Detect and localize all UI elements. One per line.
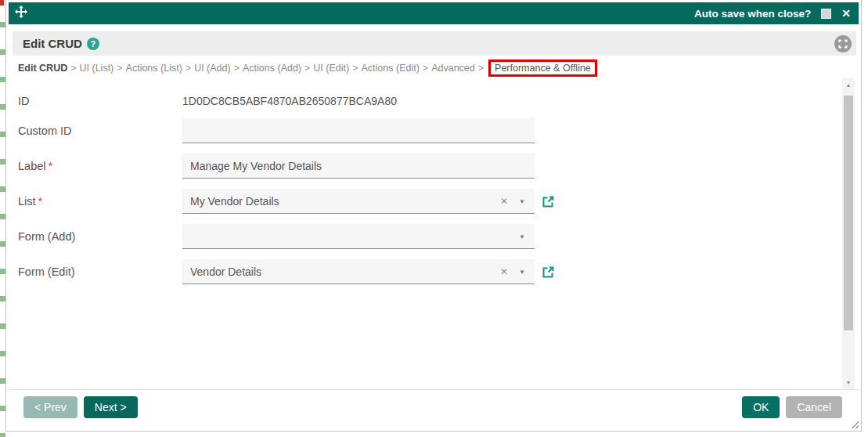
breadcrumb: Edit CRUD > UI (List) > Actions (List) >…: [18, 60, 597, 77]
id-value: 1D0DC8CB5ABF4870AB2650877BCA9A80: [182, 95, 397, 107]
clear-icon[interactable]: ✕: [500, 196, 508, 207]
chevron-down-icon[interactable]: ▼: [519, 268, 525, 275]
form-edit-select[interactable]: Vendor Details ✕ ▼: [182, 259, 535, 284]
label-input[interactable]: [182, 153, 535, 179]
form-row-list: List* My Vendor Details ✕ ▼: [18, 188, 554, 215]
open-list-editor-icon[interactable]: [542, 196, 554, 208]
breadcrumb-separator: >: [423, 63, 428, 74]
scroll-down-icon[interactable]: ▼: [842, 376, 855, 389]
scrollbar-thumb[interactable]: [844, 96, 853, 330]
autosave-checkbox[interactable]: [821, 9, 831, 19]
breadcrumb-item-advanced[interactable]: Advanced: [431, 63, 475, 74]
fullscreen-icon[interactable]: [834, 35, 852, 52]
list-select-value: My Vendor Details: [182, 195, 279, 208]
chevron-down-icon[interactable]: ▼: [519, 233, 525, 240]
field-label-form-add: Form (Add): [18, 230, 182, 243]
field-label-label: Label*: [18, 160, 182, 172]
field-label-form-edit: Form (Edit): [18, 265, 182, 278]
background-page-edge: [0, 0, 5, 437]
breadcrumb-separator: >: [234, 63, 240, 74]
move-icon[interactable]: [15, 5, 27, 21]
custom-id-input[interactable]: [182, 118, 535, 143]
help-icon[interactable]: ?: [87, 38, 99, 50]
open-form-editor-icon[interactable]: [542, 266, 554, 278]
breadcrumb-item-ui-list[interactable]: UI (List): [80, 63, 114, 74]
form-row-form-add: Form (Add) ▼: [18, 223, 535, 250]
breadcrumb-item-ui-edit[interactable]: UI (Edit): [313, 63, 349, 74]
field-label-id: ID: [18, 95, 182, 107]
field-label-text: List: [18, 195, 36, 208]
scrollbar[interactable]: ▲ ▼: [842, 78, 855, 389]
close-icon[interactable]: ✕: [841, 8, 851, 19]
breadcrumb-item-actions-list[interactable]: Actions (List): [126, 63, 182, 74]
prev-button[interactable]: < Prev: [23, 396, 77, 418]
breadcrumb-separator: >: [185, 63, 191, 74]
breadcrumb-item-actions-add[interactable]: Actions (Add): [243, 63, 301, 74]
breadcrumb-item-edit-crud[interactable]: Edit CRUD: [18, 63, 67, 74]
panel-header: Edit CRUD ?: [13, 31, 856, 56]
next-button[interactable]: Next >: [84, 396, 138, 418]
field-label-list: List*: [18, 195, 182, 208]
breadcrumb-separator: >: [117, 63, 122, 74]
form-edit-select-value: Vendor Details: [182, 265, 261, 278]
form-content: ID 1D0DC8CB5ABF4870AB2650877BCA9A80 Cust…: [6, 78, 842, 389]
required-marker: *: [38, 195, 43, 208]
breadcrumb-item-actions-edit[interactable]: Actions (Edit): [362, 63, 420, 74]
form-row-form-edit: Form (Edit) Vendor Details ✕ ▼: [18, 258, 554, 285]
field-label-text: Label: [18, 160, 45, 172]
chevron-down-icon[interactable]: ▼: [519, 197, 525, 204]
breadcrumb-separator: >: [478, 63, 484, 74]
cancel-button[interactable]: Cancel: [786, 396, 842, 418]
required-marker: *: [48, 160, 52, 172]
breadcrumb-item-performance-offline[interactable]: Performance & Offline: [488, 60, 597, 77]
edit-crud-dialog: Auto save when close? ✕ Edit CRUD ? Edit…: [5, 0, 862, 432]
breadcrumb-separator: >: [304, 63, 310, 74]
form-row-custom-id: Custom ID: [18, 117, 535, 144]
form-add-select[interactable]: ▼: [182, 224, 535, 249]
scroll-up-icon[interactable]: ▲: [842, 78, 855, 92]
field-label-custom-id: Custom ID: [18, 125, 182, 137]
breadcrumb-separator: >: [352, 63, 358, 74]
ok-button[interactable]: OK: [742, 396, 780, 418]
form-row-id: ID 1D0DC8CB5ABF4870AB2650877BCA9A80: [18, 88, 397, 114]
clear-icon[interactable]: ✕: [500, 266, 508, 277]
breadcrumb-item-ui-add[interactable]: UI (Add): [194, 63, 231, 74]
dialog-titlebar[interactable]: Auto save when close? ✕: [9, 2, 859, 24]
dialog-footer: < Prev Next > OK Cancel: [9, 389, 859, 431]
autosave-label: Auto save when close?: [694, 8, 811, 20]
breadcrumb-separator: >: [70, 63, 76, 74]
page-title: Edit CRUD: [23, 37, 82, 50]
form-row-label: Label*: [18, 153, 535, 179]
list-select[interactable]: My Vendor Details ✕ ▼: [182, 189, 535, 214]
background-fragment: [0, 0, 4, 5]
